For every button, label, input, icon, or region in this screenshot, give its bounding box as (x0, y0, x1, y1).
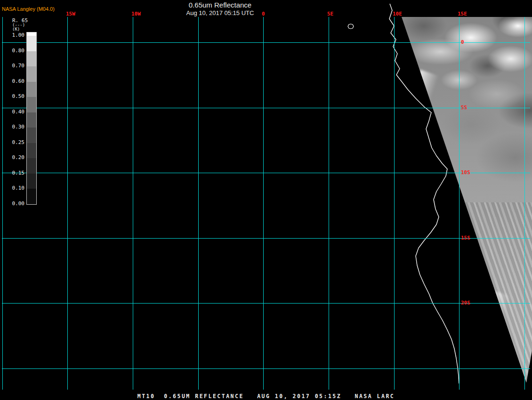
colorbar-segment (27, 143, 36, 159)
lat-label: 0 (461, 40, 464, 45)
grid-hline (2, 42, 530, 43)
grid-vline (524, 17, 525, 390)
grid-hline (2, 368, 530, 369)
satellite-swath-image (0, 0, 532, 400)
colorbar-tick-label: 0.10 (5, 185, 24, 192)
cloud-texture (0, 0, 532, 400)
lat-label: 20S (461, 300, 470, 306)
colorbar-segment (27, 36, 36, 51)
page-subtitle: Aug 10, 2017 05:15 UTC (0, 9, 440, 17)
map-area: 15W10W05E10E15E 05S10S15S20S NASA Langle… (0, 0, 532, 400)
colorbar-segment (27, 32, 36, 36)
island-outline (348, 24, 354, 29)
colorbar-tick-label: 0.70 (5, 63, 24, 69)
grid-hline (2, 108, 530, 108)
colorbar-segment (27, 128, 36, 143)
sunglint-streaks (442, 202, 532, 384)
lat-label: 5S (461, 105, 467, 111)
colorbar-segment (27, 97, 36, 112)
colorbar-bar (26, 32, 37, 205)
grid-vline (133, 17, 133, 390)
colorbar-segment (27, 82, 36, 97)
grid-vline (67, 17, 68, 390)
footer-caption: MT10 0.65UM REFLECTANCE AUG 10, 2017 05:… (0, 393, 532, 400)
grid-vline (459, 17, 459, 390)
swath-edge-highlight (371, 70, 443, 221)
colorbar-segment (27, 51, 36, 67)
colorbar-tick-label: 0.00 (5, 200, 24, 207)
colorbar-tick-label: 0.25 (5, 139, 24, 146)
grid-vline (329, 17, 329, 390)
colorbar-segment (27, 66, 36, 82)
grid-vline (394, 17, 395, 390)
colorbar-tick-label: 0.15 (5, 170, 24, 176)
colorbar-segment (27, 158, 36, 174)
grid-vline (198, 17, 199, 390)
colorbar-tick-label: 0.20 (5, 154, 24, 161)
title-block: 0.65um Reflectance Aug 10, 2017 05:15 UT… (0, 1, 440, 17)
colorbar-tick-label: 1.00 (5, 32, 24, 39)
grid-vline (263, 17, 264, 390)
lat-label: 15S (461, 235, 470, 241)
grid-hline (2, 238, 530, 239)
page-title: 0.65um Reflectance (0, 1, 440, 9)
colorbar-tick-label: 0.80 (5, 48, 24, 54)
lon-label: 15E (458, 11, 467, 17)
grid-vline (2, 17, 3, 390)
grid-hline (2, 173, 530, 173)
colorbar-segment (27, 174, 36, 189)
colorbar-tick-label: 0.60 (5, 78, 24, 85)
colorbar-segment (27, 189, 36, 204)
colorbar-tick-label: 0.30 (5, 124, 24, 130)
colorbar-ticks: 1.000.800.700.600.500.400.300.250.200.15… (5, 0, 24, 400)
grid-hline (2, 303, 530, 304)
colorbar-tick-label: 0.50 (5, 93, 24, 100)
lat-label: 10S (461, 170, 470, 176)
colorbar-tick-label: 0.40 (5, 109, 24, 115)
colorbar-segment (27, 112, 36, 128)
